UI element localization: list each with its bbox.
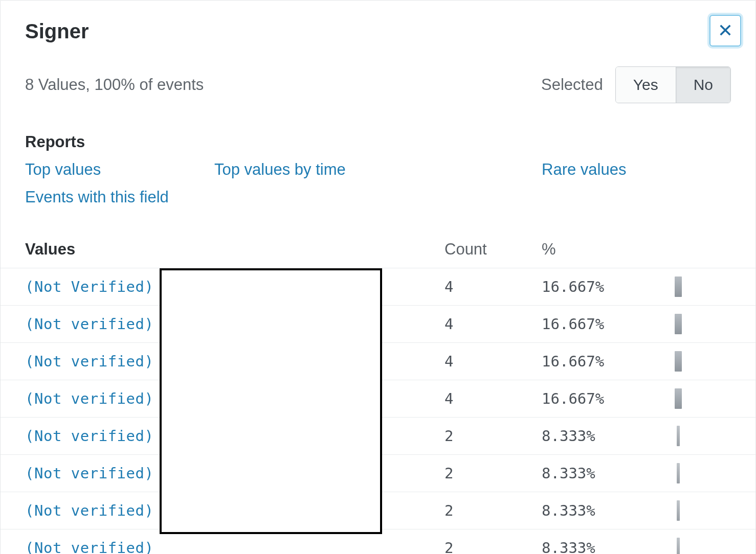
value-link[interactable]: (Not verified): [25, 353, 153, 370]
col-header-count: Count: [444, 235, 542, 268]
table-row: (Not verified)416.667%: [1, 380, 755, 418]
close-icon: [718, 23, 732, 39]
bar-cell: [675, 343, 755, 380]
link-rare-values[interactable]: Rare values: [542, 160, 626, 178]
link-events-with-field[interactable]: Events with this field: [25, 188, 169, 206]
bar-cell: [675, 380, 755, 418]
value-link[interactable]: (Not verified): [25, 427, 153, 445]
bar-cell: [675, 306, 755, 343]
percent-cell: 8.333%: [542, 529, 675, 555]
values-table: Values Count % (Not Verified)416.667%(No…: [1, 235, 755, 554]
selected-toggle-group: Selected Yes No: [541, 66, 731, 103]
value-link[interactable]: (Not verified): [25, 465, 153, 482]
panel-header: Signer: [1, 1, 755, 43]
value-link[interactable]: (Not verified): [25, 390, 153, 407]
reports-heading: Reports: [25, 133, 731, 151]
value-cell: (Not verified): [1, 306, 444, 343]
percent-bar: [677, 426, 680, 446]
percent-bar: [675, 314, 682, 334]
value-link[interactable]: (Not verified): [25, 502, 153, 519]
percent-cell: 16.667%: [542, 380, 675, 418]
count-cell: 4: [444, 306, 542, 343]
selected-label: Selected: [541, 76, 603, 94]
table-row: (Not verified)416.667%: [1, 306, 755, 343]
col-header-percent: %: [542, 235, 675, 268]
value-cell: (Not verified): [1, 343, 444, 380]
close-button[interactable]: [709, 15, 741, 47]
bar-cell: [675, 492, 755, 529]
percent-bar: [677, 463, 680, 483]
value-link[interactable]: (Not verified): [25, 315, 153, 333]
value-link[interactable]: (Not verified): [25, 539, 153, 554]
value-cell: (Not verified): [1, 455, 444, 492]
percent-cell: 16.667%: [542, 343, 675, 380]
col-header-values: Values: [1, 235, 444, 268]
summary-row: 8 Values, 100% of events Selected Yes No: [1, 43, 755, 103]
bar-cell: [675, 455, 755, 492]
count-cell: 4: [444, 268, 542, 306]
table-row: (Not verified)28.333%: [1, 455, 755, 492]
percent-bar: [675, 351, 682, 372]
summary-text: 8 Values, 100% of events: [25, 76, 204, 94]
selected-segmented-control: Yes No: [615, 66, 731, 103]
value-cell: (Not verified): [1, 418, 444, 455]
percent-cell: 8.333%: [542, 455, 675, 492]
selected-yes-button[interactable]: Yes: [616, 67, 676, 103]
count-cell: 4: [444, 380, 542, 418]
value-cell: (Not verified): [1, 380, 444, 418]
bar-cell: [675, 529, 755, 555]
table-row: (Not verified)28.333%: [1, 418, 755, 455]
col-header-bar: [675, 235, 755, 268]
bar-cell: [675, 418, 755, 455]
selected-no-button[interactable]: No: [676, 67, 730, 103]
value-link[interactable]: (Not Verified): [25, 278, 153, 295]
value-cell: (Not verified): [1, 492, 444, 529]
table-row: (Not verified)416.667%: [1, 343, 755, 380]
panel-title: Signer: [25, 20, 731, 43]
value-cell: (Not Verified): [1, 268, 444, 306]
percent-cell: 16.667%: [542, 268, 675, 306]
percent-cell: 8.333%: [542, 492, 675, 529]
table-row: (Not verified)28.333%: [1, 492, 755, 529]
reports-section: Reports Top values Top values by time Ra…: [1, 103, 755, 206]
count-cell: 4: [444, 343, 542, 380]
count-cell: 2: [444, 492, 542, 529]
count-cell: 2: [444, 529, 542, 555]
table-row: (Not Verified)416.667%: [1, 268, 755, 306]
link-top-values[interactable]: Top values: [25, 160, 101, 178]
bar-cell: [675, 268, 755, 306]
report-links: Top values Top values by time Rare value…: [25, 160, 731, 206]
percent-cell: 8.333%: [542, 418, 675, 455]
percent-bar: [677, 500, 680, 521]
percent-bar: [675, 388, 682, 409]
percent-cell: 16.667%: [542, 306, 675, 343]
count-cell: 2: [444, 418, 542, 455]
table-row: (Not verified)28.333%: [1, 529, 755, 555]
count-cell: 2: [444, 455, 542, 492]
percent-bar: [675, 276, 682, 297]
value-cell: (Not verified): [1, 529, 444, 555]
percent-bar: [677, 538, 680, 554]
field-summary-panel: Signer 8 Values, 100% of events Selected…: [0, 0, 756, 554]
link-top-values-by-time[interactable]: Top values by time: [214, 160, 346, 178]
table-header-row: Values Count %: [1, 235, 755, 268]
